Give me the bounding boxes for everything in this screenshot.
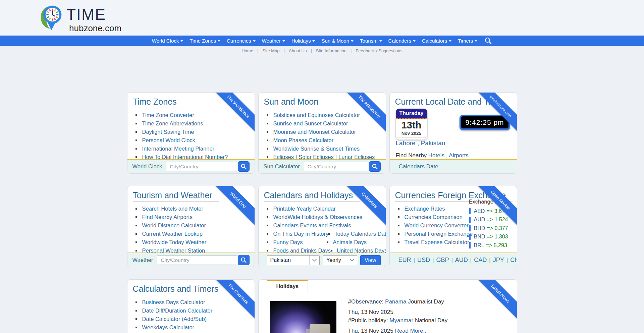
nav-item-calenders[interactable]: Calenders (388, 38, 416, 44)
nav-item-currencies[interactable]: Currencies (227, 38, 256, 44)
link-currencies-comparison[interactable]: Currencies Comparison (405, 214, 463, 220)
rate-code: AED (474, 208, 485, 214)
subnav-separator: | (284, 48, 285, 53)
subnav-link-about-us[interactable]: About Us (289, 48, 307, 53)
view-button[interactable]: View (360, 255, 380, 265)
link-animals-days[interactable]: Animals Days (333, 239, 367, 245)
link-date-calculator-add-sub[interactable]: Date Calculator (Add/Sub) (142, 316, 207, 322)
weather-search-input[interactable] (157, 256, 237, 265)
link-business-days-calculator[interactable]: Business Days Calculator (142, 299, 205, 305)
currency-link-eur[interactable]: EUR (398, 257, 411, 264)
hotels-link[interactable]: Hotels (428, 152, 444, 159)
currency-link-jpy[interactable]: JPY (493, 257, 504, 264)
link-search-hotels-motel[interactable]: Search Hotels and Motel (142, 206, 203, 212)
country-select[interactable]: Pakistan (267, 255, 320, 265)
link-worldwide-sunrise-sunset[interactable]: Worldwide Sunrise & Sunset Times (273, 146, 360, 152)
link-current-weather-lookup[interactable]: Current Weather Lookup (142, 231, 203, 237)
nav-item-weather[interactable]: Weather (262, 38, 285, 44)
subnav-link-home[interactable]: Home (241, 48, 253, 53)
subnav-link-site-information[interactable]: Site Information (316, 48, 346, 53)
currency-link-aud[interactable]: AUD (455, 257, 468, 264)
calendars-date-link[interactable]: Calendars Date (399, 163, 438, 170)
holiday-fireworks-image (270, 301, 336, 333)
list-item: Date Diff/Duration Calculator (127, 307, 255, 315)
read-more-link[interactable]: Read More.. (395, 328, 426, 333)
holidays-tab-bar: Holidays (259, 280, 517, 292)
currencies-link-list: Exchange Rates Currencies Comparison Wor… (390, 205, 472, 246)
select-chevron (309, 256, 319, 265)
currency-link-cad[interactable]: CAD (474, 257, 487, 264)
sun-calculator-search-input[interactable] (304, 162, 368, 171)
link-personal-foreign-exchange[interactable]: Personal Foreign Exchange (405, 231, 473, 237)
currency-link-usd[interactable]: USD (417, 257, 430, 264)
link-time-zone-converter[interactable]: Time Zone Converter (142, 112, 194, 118)
link-world-currency-converter[interactable]: World Currency Converter (405, 222, 469, 228)
sun-calculator-search-button[interactable] (369, 161, 381, 172)
nav-item-time-zones[interactable]: Time Zones (190, 38, 220, 44)
airports-link[interactable]: Airports (449, 152, 469, 159)
subnav-link-feedback[interactable]: Feedback / Suggestions (356, 48, 402, 53)
location-line: Lahore , Pakistan (396, 140, 445, 147)
list-item: Search Hotels and Motel (127, 205, 255, 213)
link-worldwide-holidays-observances[interactable]: WorldWide Holidays & Observances (273, 214, 363, 220)
currency-link-chf[interactable]: CHF (510, 257, 517, 264)
link-personal-world-clock[interactable]: Personal World Clock (142, 137, 195, 143)
card-title-calendars-holidays: Calendars and Holidays (264, 190, 360, 202)
rate-row: AUD=> 1.524 (469, 216, 517, 224)
link-world-distance-calculator[interactable]: World Distance Calculator (142, 222, 206, 228)
search-icon (240, 163, 247, 170)
list-item: Currencies Comparison (390, 213, 472, 221)
tab-holidays[interactable]: Holidays (267, 280, 308, 292)
link-sunrise-sunset[interactable]: Sunrise and Sunset Calculator (273, 120, 348, 126)
list-item: Current Weather Lookup (127, 230, 255, 238)
rate-bar-icon (469, 208, 471, 214)
link-funny-days[interactable]: Funny Days (273, 239, 303, 245)
nav-label: Currencies (227, 38, 251, 44)
observance-country-link[interactable]: Panama (385, 298, 406, 305)
calendar-day: 13th (396, 120, 427, 130)
site-logo[interactable]: TIME hubzone.com (38, 3, 121, 34)
link-today-calendars-date[interactable]: Today Calendars Date (334, 231, 386, 237)
link-calendars-events-festivals[interactable]: Calendars Events and Festivals (273, 222, 351, 228)
link-travel-expense-calculator[interactable]: Travel Expense Calculator (405, 239, 469, 245)
link-weekdays-calculator[interactable]: Weekdays Calculator (142, 324, 195, 330)
rate-bar-icon (469, 217, 471, 223)
list-item: Worldwide Today Weather (127, 238, 255, 246)
subnav-link-site-map[interactable]: Site Map (262, 48, 279, 53)
card-calculators-timers: The Counters Calculators and Timers Busi… (127, 279, 255, 333)
nav-item-timers[interactable]: Timers (458, 38, 477, 44)
period-select[interactable]: Yearly (323, 255, 357, 265)
link-moon-phases[interactable]: Moon Phases Calculator (273, 137, 334, 143)
link-daylight-saving-time[interactable]: Daylight Saving Time (142, 129, 194, 135)
digital-clock: 9:42:25 pm (460, 115, 510, 130)
link-date-diff-duration-calculator[interactable]: Date Diff/Duration Calculator (142, 308, 213, 314)
nav-item-holidays[interactable]: Holidays (291, 38, 315, 44)
nav-item-world-clock[interactable]: World Clock (152, 38, 183, 44)
location-link[interactable]: Lahore , Pakistan (396, 140, 445, 147)
currency-link-gbp[interactable]: GBP (436, 257, 449, 264)
link-on-this-day-in-history[interactable]: On This Day in History (273, 231, 329, 237)
link-time-zone-abbreviations[interactable]: Time Zone Abbreviations (142, 120, 203, 126)
world-clock-search-input[interactable] (166, 162, 237, 171)
logo-text: TIME hubzone.com (66, 3, 121, 34)
nav-item-tourism[interactable]: Tourism (360, 38, 382, 44)
list-item: Sunrise and Sunset Calculator (259, 119, 386, 128)
list-item: On This Day in History Today Calendars D… (259, 230, 386, 238)
link-exchange-rates[interactable]: Exchange Rates (405, 206, 445, 212)
nav-item-calculators[interactable]: Calculators (422, 38, 451, 44)
link-international-meeting-planner[interactable]: International Meeting Planner (142, 146, 215, 152)
nav-search-button[interactable] (484, 37, 492, 45)
link-moonrise-moonset[interactable]: Moonrise and Moonset Calculator (273, 129, 356, 135)
chevron-down-icon (180, 40, 183, 42)
link-printable-yearly-calendar[interactable]: Printable Yearly Calendar (273, 206, 336, 212)
link-worldwide-today-weather[interactable]: Worldwide Today Weather (142, 239, 207, 245)
weather-search-button[interactable] (238, 255, 250, 265)
public-holiday-country-link[interactable]: Myanmar (389, 317, 413, 324)
link-find-nearby-airports[interactable]: Find Nearby Airports (142, 214, 193, 220)
rate-bar-icon (469, 225, 471, 231)
link-solstices-equinoxes[interactable]: Solstices and Equinoxes Calculator (273, 112, 360, 118)
nav-item-sun-moon[interactable]: Sun & Moon (321, 38, 354, 44)
sun-moon-link-list: Solstices and Equinoxes Calculator Sunri… (259, 111, 386, 161)
world-clock-search-button[interactable] (238, 161, 250, 172)
split-cell: Today Calendars Date (328, 230, 386, 238)
